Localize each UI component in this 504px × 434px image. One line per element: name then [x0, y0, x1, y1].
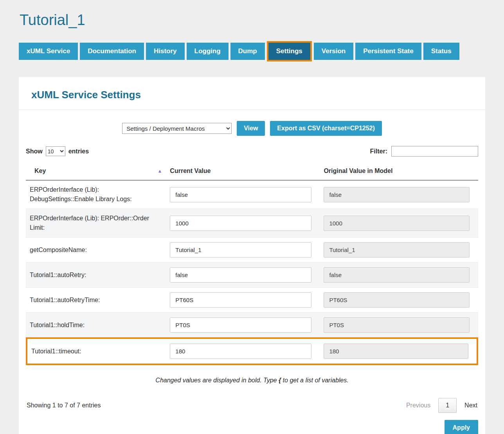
settings-panel: xUML Service Settings Settings / Deploym…: [19, 77, 485, 434]
row-key-label: Tutorial1::holdTime:: [26, 312, 166, 337]
table-row: Tutorial1::timeout:: [26, 337, 478, 365]
original-value-input: [324, 242, 470, 258]
tab-version[interactable]: Version: [314, 43, 353, 60]
settings-table-body: ERPOrderInterface (Lib): DebugSettings::…: [26, 180, 478, 365]
original-value-input: [324, 187, 470, 202]
current-value-cell: [166, 337, 320, 365]
tab-history[interactable]: History: [146, 43, 185, 60]
pagination-next[interactable]: Next: [464, 402, 477, 409]
current-value-input[interactable]: [170, 187, 311, 202]
original-value-input: [324, 216, 470, 231]
table-row: Tutorial1::autoRetry:: [26, 262, 478, 287]
original-value-cell: [320, 209, 478, 237]
pagination-previous[interactable]: Previous: [406, 402, 430, 409]
original-value-input: [324, 344, 468, 359]
tab-status[interactable]: Status: [423, 43, 459, 60]
note-suffix: to get a list of variables.: [281, 377, 349, 384]
tab-bar: xUML ServiceDocumentationHistoryLoggingD…: [19, 43, 485, 60]
note-prefix: Changed values are displayed in bold. Ty…: [155, 377, 279, 384]
current-value-cell: [166, 312, 320, 337]
original-value-input: [324, 292, 470, 308]
table-note: Changed values are displayed in bold. Ty…: [26, 377, 478, 384]
table-header: Key ▲ Current Value Original Value in Mo…: [26, 162, 478, 180]
page: Tutorial_1 xUML ServiceDocumentationHist…: [19, 0, 485, 434]
table-row: Tutorial1::holdTime:: [26, 312, 478, 337]
current-value-cell: [166, 237, 320, 262]
filter-input[interactable]: [391, 146, 478, 157]
table-summary: Showing 1 to 7 of 7 entries: [27, 402, 101, 409]
tab-xuml-service[interactable]: xUML Service: [19, 43, 78, 60]
view-mode-select[interactable]: Settings / Deployment Macros: [122, 123, 232, 134]
current-value-input[interactable]: [170, 216, 311, 231]
column-header-current-value[interactable]: Current Value: [166, 162, 320, 180]
pagination: Previous 1 Next: [406, 398, 477, 413]
original-value-input: [324, 317, 470, 333]
table-footer: Showing 1 to 7 of 7 entries Previous 1 N…: [26, 398, 478, 413]
tab-persistent-state[interactable]: Persistent State: [355, 43, 421, 60]
column-header-original-value-label: Original Value in Model: [324, 167, 392, 174]
tab-documentation[interactable]: Documentation: [80, 43, 144, 60]
tab-dump[interactable]: Dump: [230, 43, 265, 60]
table-row: getCompositeName:: [26, 237, 478, 262]
page-title: Tutorial_1: [20, 12, 485, 29]
show-label: Show: [26, 148, 43, 155]
original-value-cell: [320, 180, 478, 209]
current-value-cell: [166, 287, 320, 312]
table-row: ERPOrderInterface (Lib): ERPOrder::Order…: [26, 209, 478, 237]
column-header-current-value-label: Current Value: [170, 167, 211, 174]
divider: [19, 110, 485, 110]
table-row: Tutorial1::autoRetryTime:: [26, 287, 478, 312]
current-value-input[interactable]: [170, 344, 311, 359]
row-key-label: getCompositeName:: [26, 237, 166, 262]
row-key-label: Tutorial1::autoRetryTime:: [26, 287, 166, 312]
tab-logging[interactable]: Logging: [187, 43, 229, 60]
current-value-input[interactable]: [170, 317, 311, 333]
current-value-cell: [166, 209, 320, 237]
original-value-cell: [320, 287, 478, 312]
original-value-cell: [320, 262, 478, 287]
original-value-input: [324, 267, 470, 283]
settings-table: Key ▲ Current Value Original Value in Mo…: [26, 162, 478, 365]
row-key-label: Tutorial1::timeout:: [26, 337, 166, 365]
view-button[interactable]: View: [237, 121, 265, 136]
panel-body: Settings / Deployment Macros View Export…: [19, 121, 485, 434]
entries-label: entries: [68, 148, 89, 155]
current-value-cell: [166, 180, 320, 209]
current-value-cell: [166, 262, 320, 287]
current-value-input[interactable]: [170, 242, 311, 258]
apply-button[interactable]: Apply: [445, 420, 478, 434]
filter-control: Filter:: [370, 146, 478, 157]
current-value-input[interactable]: [170, 292, 311, 308]
row-key-label: Tutorial1::autoRetry:: [26, 262, 166, 287]
original-value-cell: [320, 312, 478, 337]
page-length-select[interactable]: 10: [46, 146, 65, 156]
panel-heading: xUML Service Settings: [31, 89, 473, 101]
sort-ascending-icon: ▲: [157, 169, 162, 173]
row-key-label: ERPOrderInterface (Lib): ERPOrder::Order…: [26, 209, 166, 237]
pagination-page-1[interactable]: 1: [438, 398, 457, 413]
controls-row: Settings / Deployment Macros View Export…: [26, 121, 478, 136]
column-header-key-label: Key: [34, 167, 46, 175]
show-entries-control: Show 10 entries: [26, 146, 89, 156]
filter-label: Filter:: [370, 148, 387, 155]
original-value-cell: [320, 237, 478, 262]
tab-settings[interactable]: Settings: [268, 43, 310, 60]
column-header-original-value[interactable]: Original Value in Model: [320, 162, 478, 180]
table-row: ERPOrderInterface (Lib): DebugSettings::…: [26, 180, 478, 209]
table-toolbar: Show 10 entries Filter:: [26, 146, 478, 157]
export-csv-button[interactable]: Export as CSV (charset=CP1252): [270, 121, 382, 136]
current-value-input[interactable]: [170, 267, 311, 283]
row-key-label: ERPOrderInterface (Lib): DebugSettings::…: [26, 180, 166, 209]
original-value-cell: [320, 337, 478, 365]
panel-header: xUML Service Settings: [19, 77, 485, 110]
column-header-key[interactable]: Key ▲: [26, 162, 166, 180]
apply-row: Apply: [26, 420, 478, 434]
